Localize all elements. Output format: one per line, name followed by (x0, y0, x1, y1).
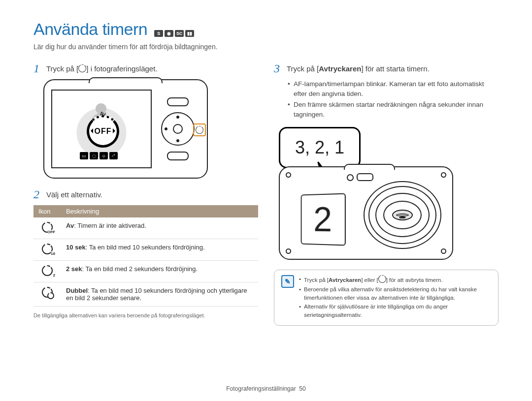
note-icon: ✎ (281, 275, 294, 288)
timer-icon (196, 126, 203, 134)
option-label: 10 sek (66, 244, 86, 251)
options-table: Ikon Beskrivning Av: Timern är inte akti… (33, 205, 258, 307)
bullet: AF-lampan/timerlampan blinkar. Kameran t… (288, 79, 499, 98)
note-text: ] för att avbryta timern. (386, 277, 443, 283)
footer-page-number: 50 (299, 385, 305, 392)
left-footnote: De tillgängliga alternativen kan variera… (33, 312, 258, 318)
dpad-right-highlight (193, 123, 206, 136)
option-desc: : Ta en bild med 2 sekunders fördröjning… (82, 265, 198, 273)
note-text: Avtryckaren (329, 277, 361, 283)
step-3-text: Tryck på [Avtryckaren] för att starta ti… (287, 62, 430, 73)
page-footer: Fotograferingsinställningar 50 (0, 385, 532, 392)
step-3-bullets: AF-lampan/timerlampan blinkar. Kameran t… (274, 79, 499, 119)
camera-lcd: Av OFF ▭ ◌ ☺ ◦° (51, 90, 152, 168)
options-header-desc: Beskrivning (61, 205, 258, 217)
af-led-icon (347, 174, 354, 181)
footer-section: Fotograferingsinställningar (226, 385, 296, 392)
note-item: Tryck på [Avtryckaren] eller [] för att … (299, 275, 491, 284)
note-item: Beroende på vilka alternativ för ansikts… (299, 285, 491, 302)
step-2-text: Välj ett alternativ. (46, 188, 102, 199)
option-desc: : Ta en bild med 10 sekunders fördröjnin… (66, 287, 247, 302)
lcd-icon-strip: ▭ ◌ ☺ ◦° (80, 152, 118, 159)
camera-back-illustration: Av OFF ▭ ◌ ☺ ◦° (43, 79, 208, 179)
step-2: 2 Välj ett alternativ. (33, 188, 258, 200)
option-row: Av: Timern är inte aktiverad. (61, 217, 258, 239)
step-1-post: ] i fotograferingsläget. (86, 64, 157, 73)
step-3-number: 3 (274, 62, 284, 74)
note-text: Tryck på [ (304, 277, 329, 283)
timer-av-label: Av (100, 111, 106, 117)
timer-icon (78, 64, 86, 72)
option-icon-2s (42, 265, 53, 276)
lcd-strip-icon: ◌ (90, 152, 98, 159)
option-row: Dubbel: Ta en bild med 10 sekunders förd… (61, 282, 258, 307)
front-countdown-display: 2 (301, 193, 346, 246)
mode-icon-row: S ◉ SC ▮▮ (154, 30, 194, 38)
option-label: Av (66, 222, 74, 229)
step-2-number: 2 (33, 188, 43, 200)
flash-icon (357, 173, 373, 181)
step-1-pre: Tryck på [ (46, 64, 78, 73)
option-label: 2 sek (66, 265, 82, 273)
option-icon-double (42, 287, 53, 298)
camera-bottom-button (167, 152, 189, 160)
note-box: ✎ Tryck på [Avtryckaren] eller [] för at… (274, 270, 499, 325)
mode-icon-video: ▮▮ (185, 30, 194, 37)
mode-icon-smart: S (154, 30, 163, 37)
step-3-bold: Avtryckaren (319, 64, 361, 73)
option-desc: : Ta en bild med 10 sekunders fördröjnin… (86, 244, 205, 251)
step-3-post: ] för att starta timern. (361, 64, 429, 73)
note-text: ] eller [ (361, 277, 378, 283)
option-desc: : Timern är inte aktiverad. (74, 222, 146, 229)
option-row: 2 sek: Ta en bild med 2 sekunders fördrö… (61, 261, 258, 282)
step-3: 3 Tryck på [Avtryckaren] för att starta … (274, 62, 499, 74)
camera-front-illustration: 3, 2, 1 2 (279, 127, 466, 260)
intro-text: Lär dig hur du använder timern för att f… (33, 43, 499, 51)
timer-off-label: OFF (95, 127, 112, 136)
note-item: Alternativ för självutlösare är inte til… (299, 303, 491, 319)
lcd-strip-icon: ◦° (109, 152, 118, 159)
page-title: Använda timern (33, 20, 147, 39)
mode-icon-photo: ◉ (165, 30, 173, 37)
front-countdown-value: 2 (313, 200, 332, 240)
option-label: Dubbel (66, 287, 88, 294)
option-row: 10 sek: Ta en bild med 10 sekunders förd… (61, 239, 258, 261)
timer-off-indicator: Av OFF (87, 115, 119, 148)
mode-icon-scene: SC (175, 30, 184, 37)
lcd-strip-icon: ☺ (100, 152, 108, 159)
option-icon-10s (42, 244, 53, 254)
bullet: Den främre skärmen startar nedräkningen … (288, 100, 499, 119)
countdown-bubble-text: 3, 2, 1 (295, 137, 344, 158)
step-3-pre: Tryck på [ (287, 64, 319, 73)
dpad (161, 112, 195, 146)
options-header-icon: Ikon (33, 205, 61, 217)
step-1-number: 1 (33, 62, 43, 74)
camera-lens-icon (364, 181, 441, 249)
step-1-text: Tryck på [] i fotograferingsläget. (46, 62, 158, 73)
lcd-strip-icon: ▭ (80, 152, 88, 159)
step-1: 1 Tryck på [] i fotograferingsläget. (33, 62, 258, 74)
timer-icon (378, 275, 386, 283)
option-icon-off (42, 222, 53, 233)
camera-top-button (167, 97, 189, 106)
